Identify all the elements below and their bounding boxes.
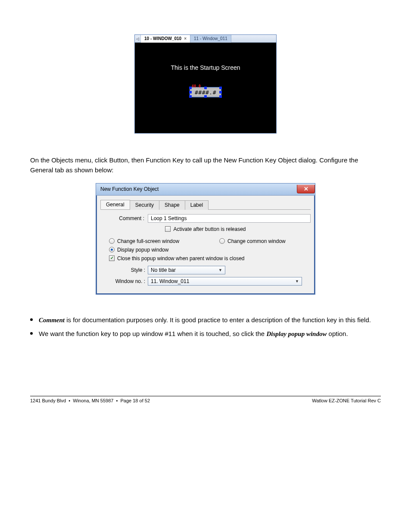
opt-common-label: Change common window — [227, 238, 286, 244]
close-button[interactable]: ✕ — [297, 185, 315, 193]
numeric-placeholder: ####.# — [195, 89, 216, 96]
dialog-titlebar: New Function Key Object ✕ — [96, 184, 315, 196]
opt-fullscreen-label: Change full-screen window — [117, 238, 179, 244]
tab-window-011[interactable]: 11 - Window_011 — [190, 35, 231, 43]
bullet-text: option. — [327, 330, 348, 337]
tab-security[interactable]: Security — [130, 200, 159, 210]
windowno-label: Window no. : — [109, 278, 148, 284]
windowno-value: 11. Window_011 — [151, 278, 189, 284]
resize-handle[interactable] — [204, 95, 207, 98]
opt-closeparent-label: Close this popup window when parent wind… — [117, 255, 245, 261]
activate-label: Activate after button is released — [173, 226, 246, 232]
resize-handle[interactable] — [219, 95, 222, 98]
resize-handle[interactable] — [189, 95, 192, 98]
comment-label: Comment : — [100, 215, 148, 221]
tab-close-icon[interactable]: × — [184, 36, 187, 41]
chevron-down-icon: ▼ — [295, 279, 299, 283]
numeric-note: 40.0 — [192, 84, 201, 88]
chevron-down-icon: ▼ — [218, 268, 222, 272]
page-footer: 1241 Bundy Blvd • Winona, MN 55987 • Pag… — [30, 396, 381, 403]
list-item: Comment is for documentation purposes on… — [30, 314, 381, 326]
activate-checkbox[interactable] — [165, 226, 171, 232]
footer-pagelbl: Page — [121, 398, 133, 403]
style-label: Style : — [109, 267, 148, 273]
footer-pageno: 18 — [133, 398, 138, 403]
resize-handle[interactable] — [189, 87, 192, 89]
bullet-text: We want the function key to pop up windo… — [39, 330, 266, 337]
tab-label[interactable]: Label — [185, 200, 209, 210]
tab-window-010[interactable]: 10 - WINDOW_010 × — [141, 35, 190, 43]
footer-city: Winona, MN 55987 — [73, 398, 113, 403]
instruction-paragraph: On the Objects menu, click Button, then … — [30, 155, 381, 175]
bullet-icon — [30, 318, 33, 321]
bullet-em: Comment — [39, 317, 65, 324]
tab-general[interactable]: General — [100, 200, 130, 209]
tab-scroll-left[interactable]: ◁ — [135, 35, 141, 43]
tab-label: 11 - Window_011 — [194, 36, 227, 41]
bullet-em: Display popup window — [266, 330, 327, 337]
windowno-select[interactable]: 11. Window_011 ▼ — [148, 277, 302, 286]
design-canvas[interactable]: This is the Startup Screen 40.0 ####.# — [135, 43, 276, 133]
radio-fullscreen[interactable] — [109, 238, 115, 244]
editor-tabstrip: ◁ 10 - WINDOW_010 × 11 - Window_011 — [135, 35, 276, 43]
resize-handle[interactable] — [189, 91, 192, 93]
footer-addr: 1241 Bundy Blvd — [30, 398, 66, 403]
bullet-icon — [30, 332, 33, 335]
comment-input[interactable]: Loop 1 Settings — [148, 214, 311, 223]
checkbox-closeparent[interactable] — [109, 255, 115, 261]
bullet-list: Comment is for documentation purposes on… — [30, 314, 381, 340]
resize-handle[interactable] — [219, 91, 222, 93]
footer-right: Watlow EZ-ZONE Tutorial Rev C — [312, 398, 381, 403]
close-icon: ✕ — [304, 186, 308, 192]
editor-screenshot: ◁ 10 - WINDOW_010 × 11 - Window_011 This… — [134, 34, 277, 134]
numeric-object[interactable]: 40.0 ####.# — [190, 87, 221, 97]
resize-handle[interactable] — [204, 87, 207, 89]
radio-common[interactable] — [219, 238, 225, 244]
radio-popup[interactable] — [109, 247, 115, 252]
list-item: We want the function key to pop up windo… — [30, 328, 381, 340]
style-select[interactable]: No title bar ▼ — [148, 266, 225, 274]
opt-popup-label: Display popup window — [117, 247, 168, 253]
resize-handle[interactable] — [219, 87, 222, 89]
startup-text: This is the Startup Screen — [135, 64, 276, 71]
style-value: No title bar — [151, 267, 176, 273]
dialog-title: New Function Key Object — [100, 186, 159, 192]
footer-left: 1241 Bundy Blvd • Winona, MN 55987 • Pag… — [30, 398, 150, 403]
bullet-text: is for documentation purposes only. It i… — [65, 316, 371, 324]
comment-value: Loop 1 Settings — [151, 215, 187, 221]
tab-label: 10 - WINDOW_010 — [144, 36, 181, 41]
dialog-tabstrip: General Security Shape Label — [100, 200, 311, 210]
footer-pageof: of 52 — [138, 398, 150, 403]
function-key-dialog: New Function Key Object ✕ General Securi… — [96, 183, 315, 295]
tab-shape[interactable]: Shape — [159, 200, 185, 210]
